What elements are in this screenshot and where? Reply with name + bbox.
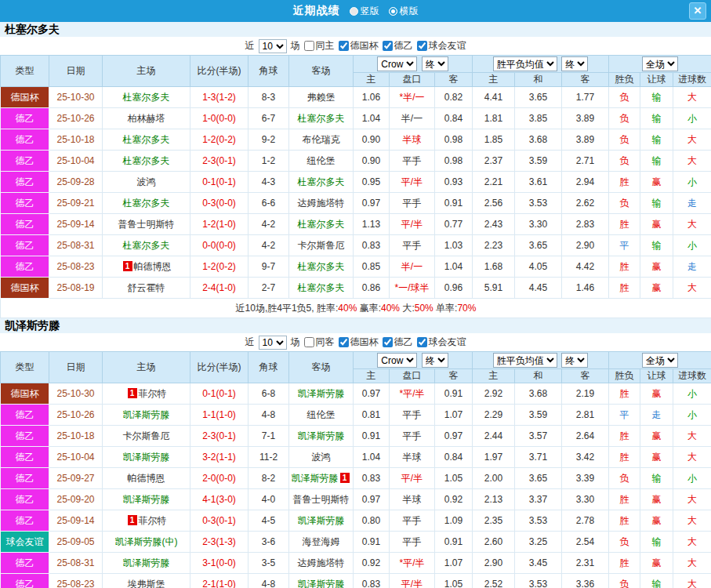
handicap-home-odds: 0.81 <box>354 405 390 426</box>
same-venue-checkbox[interactable] <box>304 337 314 347</box>
league-cup-checkbox[interactable] <box>339 337 349 347</box>
europe-time-select[interactable]: 终 <box>561 56 588 71</box>
handicap-away-odds: 1.07 <box>435 405 473 426</box>
match-row: 球会友谊25-09-05凯泽斯劳滕(中)2-3(1-3)3-6海登海姆0.91平… <box>1 532 711 553</box>
handicap-line: 平手 <box>390 426 435 447</box>
score-cell: 1-2(1-0) <box>190 214 248 235</box>
europe-select-group: 胜平负均值 终 <box>473 352 609 369</box>
summary-segment: 近10场,胜4平1负5, <box>236 303 317 314</box>
match-row: 德乙25-08-23埃弗斯堡2-1(1-0)4-8凯泽斯劳滕0.83平/半1.0… <box>1 574 711 588</box>
goals-result: 大 <box>673 510 711 532</box>
date-cell: 25-09-28 <box>49 172 103 193</box>
handicap-home-odds: 0.80 <box>354 510 390 532</box>
match-count-select[interactable]: 10 <box>259 39 287 53</box>
handicap-result: 赢 <box>640 553 673 574</box>
avg-away-odds: 3.39 <box>562 468 609 489</box>
away-team-cell: 达姆施塔特 <box>289 193 354 214</box>
handicap-line: 半球 <box>390 129 435 151</box>
summary-segment: 70% <box>457 303 476 314</box>
league-filter-friendly[interactable]: 球会友谊 <box>417 336 466 349</box>
handicap-away-odds: 0.92 <box>435 489 473 510</box>
handicap-away-odds: 0.91 <box>435 532 473 553</box>
col-header-date: 日期 <box>49 352 103 383</box>
avg-home-odds: 4.41 <box>473 87 515 108</box>
wdl-result: 负 <box>609 532 640 553</box>
league-friendly-checkbox[interactable] <box>417 337 427 347</box>
league-cup-checkbox[interactable] <box>339 41 349 51</box>
europe-odds-select[interactable]: 胜平负均值 <box>493 56 557 71</box>
odds-company-select[interactable]: Crow <box>377 353 417 368</box>
team-name: 凯泽斯劳滕 <box>123 409 170 420</box>
layout-option-horizontal[interactable]: 横版 <box>389 5 419 18</box>
europe-time-select[interactable]: 终 <box>561 353 588 368</box>
same-venue-filter[interactable]: 同主 <box>304 39 335 53</box>
away-team-cell: 杜塞尔多夫 <box>289 256 354 278</box>
recent-results-window: 近期战绩 竖版 横版 ✕ 杜塞尔多夫 近 10 场 同主 德国杯 <box>0 0 711 588</box>
match-row: 德国杯25-10-30杜塞尔多夫1-3(1-2)8-3弗赖堡1.06*半/一0.… <box>1 87 711 108</box>
filter-suffix-label: 场 <box>291 336 300 349</box>
match-row: 德乙25-08-31凯泽斯劳滕3-1(0-0)3-5达姆施塔特0.92*平/半1… <box>1 553 711 574</box>
goals-result: 大 <box>673 447 711 468</box>
date-cell: 25-09-14 <box>49 214 103 235</box>
subheader-eu-draw: 和 <box>515 73 562 87</box>
date-cell: 25-10-18 <box>49 129 103 151</box>
match-count-select[interactable]: 10 <box>259 336 287 350</box>
corner-cell: 4-0 <box>248 489 289 510</box>
handicap-home-odds: 0.83 <box>354 574 390 588</box>
scope-select[interactable]: 全场 <box>642 56 678 71</box>
goals-result: 小 <box>673 172 711 193</box>
col-header-score: 比分(半场) <box>190 352 248 383</box>
avg-draw-odds: 3.59 <box>515 405 562 426</box>
away-team-cell: 普鲁士明斯特 <box>289 489 354 510</box>
handicap-home-odds: 0.91 <box>354 532 390 553</box>
odds-company-select[interactable]: Crow <box>377 56 417 71</box>
away-team-cell: 弗赖堡 <box>289 87 354 108</box>
team-name: 纽伦堡 <box>307 409 336 420</box>
goals-result: 小 <box>673 235 711 256</box>
horizontal-layout-radio[interactable] <box>389 7 397 16</box>
same-venue-checkbox[interactable] <box>304 41 314 51</box>
date-cell: 25-08-19 <box>49 278 103 299</box>
league-filter-cup[interactable]: 德国杯 <box>339 336 379 349</box>
vertical-layout-radio[interactable] <box>350 7 358 16</box>
col-header-corner: 角球 <box>248 352 289 383</box>
date-cell: 25-10-26 <box>49 108 103 129</box>
match-row: 德乙25-10-04杜塞尔多夫2-3(0-1)1-2纽伦堡0.90平手0.982… <box>1 151 711 172</box>
handicap-select-group: Crow 终 <box>354 352 473 369</box>
handicap-away-odds: 0.91 <box>435 193 473 214</box>
handicap-home-odds: 1.06 <box>354 87 390 108</box>
odds-time-select[interactable]: 终 <box>422 353 448 368</box>
europe-odds-select[interactable]: 胜平负均值 <box>493 353 557 368</box>
league-filter-b2[interactable]: 德乙 <box>383 336 413 349</box>
close-button[interactable]: ✕ <box>689 2 706 20</box>
league-filter-cup[interactable]: 德国杯 <box>339 39 379 53</box>
league-filter-b2[interactable]: 德乙 <box>383 39 413 53</box>
league-friendly-checkbox[interactable] <box>417 41 427 51</box>
subheader-ah-away: 客 <box>435 73 473 87</box>
col-header-home: 主场 <box>103 352 190 383</box>
avg-away-odds: 2.90 <box>562 235 609 256</box>
league-cell: 德国杯 <box>1 87 49 108</box>
wdl-result: 负 <box>609 151 640 172</box>
away-team-cell: 凯泽斯劳滕 <box>289 383 354 405</box>
league-friendly-label: 球会友谊 <box>429 39 466 53</box>
team-name: 凯泽斯劳滕(中) <box>115 536 178 547</box>
scope-select[interactable]: 全场 <box>642 353 678 368</box>
layout-option-vertical[interactable]: 竖版 <box>350 5 379 18</box>
handicap-line: 平手 <box>390 151 435 172</box>
handicap-result: 赢 <box>640 489 673 510</box>
odds-time-select[interactable]: 终 <box>422 56 448 71</box>
league-cell: 球会友谊 <box>1 532 49 553</box>
date-cell: 25-09-20 <box>49 489 103 510</box>
team-name: 凯泽斯劳滕 <box>123 452 170 463</box>
handicap-result: 输 <box>640 129 673 151</box>
same-venue-label: 同客 <box>316 336 335 349</box>
league-b2-checkbox[interactable] <box>383 337 393 347</box>
league-filter-friendly[interactable]: 球会友谊 <box>417 39 466 53</box>
same-venue-filter[interactable]: 同客 <box>304 336 335 349</box>
date-cell: 25-09-14 <box>49 510 103 532</box>
goals-result: 大 <box>673 87 711 108</box>
league-b2-checkbox[interactable] <box>383 41 393 51</box>
handicap-away-odds: 0.98 <box>435 129 473 151</box>
score-cell: 0-1(0-1) <box>190 172 248 193</box>
